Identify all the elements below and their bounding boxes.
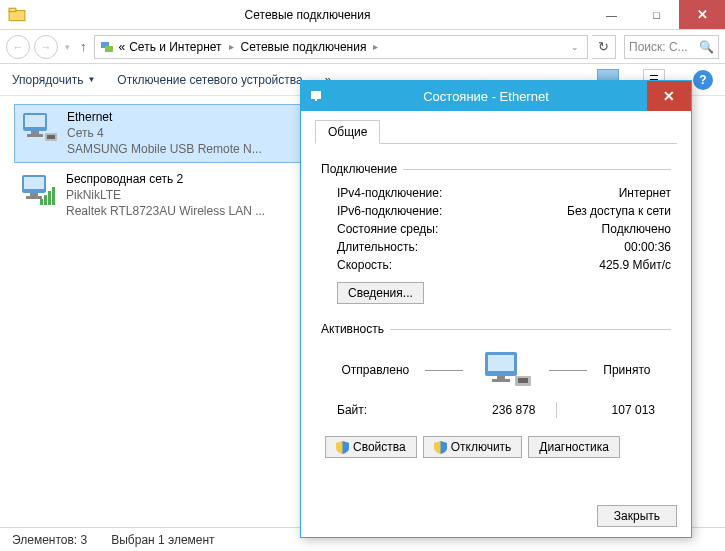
svg-rect-7 bbox=[27, 134, 43, 137]
address-bar[interactable]: « Сеть и Интернет ▸ Сетевые подключения … bbox=[94, 35, 589, 59]
disable-button[interactable]: Отключить bbox=[423, 436, 523, 458]
minimize-button[interactable]: — bbox=[589, 0, 634, 29]
chevron-right-icon[interactable]: ▸ bbox=[226, 41, 237, 52]
connection-adapter: Realtek RTL8723AU Wireless LAN ... bbox=[66, 203, 265, 219]
navigation-bar: ← → ▾ ↑ « Сеть и Интернет ▸ Сетевые подк… bbox=[0, 30, 725, 64]
close-dialog-button[interactable]: Закрыть bbox=[597, 505, 677, 527]
ethernet-adapter-icon bbox=[19, 109, 59, 147]
group-activity-label: Активность bbox=[321, 322, 384, 336]
svg-rect-12 bbox=[30, 193, 38, 196]
svg-rect-3 bbox=[105, 46, 113, 52]
svg-rect-21 bbox=[488, 355, 514, 371]
forward-button[interactable]: → bbox=[34, 35, 58, 59]
organize-menu[interactable]: Упорядочить▼ bbox=[12, 73, 95, 87]
address-dropdown[interactable]: ⌄ bbox=[567, 42, 583, 52]
selection-count: Выбран 1 элемент bbox=[111, 533, 214, 547]
diagnose-button[interactable]: Диагностика bbox=[528, 436, 620, 458]
network-icon bbox=[99, 39, 115, 55]
breadcrumb-item[interactable]: Сетевые подключения bbox=[241, 40, 367, 54]
dialog-tabs: Общие bbox=[315, 119, 677, 144]
svg-rect-1 bbox=[9, 8, 16, 11]
close-button[interactable]: ✕ bbox=[679, 0, 725, 29]
activity-monitor-icon bbox=[479, 348, 533, 392]
svg-rect-13 bbox=[26, 196, 42, 199]
svg-rect-19 bbox=[315, 99, 317, 101]
dialog-close-button[interactable]: ✕ bbox=[647, 81, 691, 111]
ipv6-value: Без доступа к сети bbox=[567, 204, 671, 218]
connection-name: Ethernet bbox=[67, 109, 262, 125]
svg-rect-17 bbox=[52, 187, 55, 205]
properties-button[interactable]: Свойства bbox=[325, 436, 417, 458]
connection-network: Сеть 4 bbox=[67, 125, 262, 141]
connection-item-ethernet[interactable]: Ethernet Сеть 4 SAMSUNG Mobile USB Remot… bbox=[14, 104, 304, 163]
disable-device-button[interactable]: Отключение сетевого устройства bbox=[117, 73, 302, 87]
svg-rect-16 bbox=[48, 191, 51, 205]
refresh-button[interactable]: ↻ bbox=[592, 35, 616, 59]
group-connection-label: Подключение bbox=[321, 162, 397, 176]
chevron-down-icon: ▼ bbox=[87, 75, 95, 84]
up-button[interactable]: ↑ bbox=[77, 39, 90, 54]
maximize-button[interactable]: □ bbox=[634, 0, 679, 29]
svg-rect-9 bbox=[47, 135, 55, 139]
breadcrumb-prefix: « bbox=[119, 40, 126, 54]
bytes-sent-value: 236 878 bbox=[437, 403, 556, 417]
back-button[interactable]: ← bbox=[6, 35, 30, 59]
bytes-received-value: 107 013 bbox=[557, 403, 656, 417]
media-state-value: Подключено bbox=[602, 222, 671, 236]
window-title: Сетевые подключения bbox=[26, 8, 589, 22]
svg-rect-15 bbox=[44, 195, 47, 205]
sent-label: Отправлено bbox=[342, 363, 410, 377]
svg-rect-11 bbox=[24, 177, 44, 189]
duration-label: Длительность: bbox=[337, 240, 624, 254]
dialog-title: Состояние - Ethernet bbox=[325, 89, 647, 104]
item-count: Элементов: 3 bbox=[12, 533, 87, 547]
received-label: Принято bbox=[603, 363, 650, 377]
search-placeholder: Поиск: С... bbox=[629, 40, 688, 54]
status-dialog: Состояние - Ethernet ✕ Общие Подключение… bbox=[300, 80, 692, 538]
svg-rect-5 bbox=[25, 115, 45, 127]
details-button[interactable]: Сведения... bbox=[337, 282, 424, 304]
duration-value: 00:00:36 bbox=[624, 240, 671, 254]
ipv4-label: IPv4-подключение: bbox=[337, 186, 619, 200]
shield-icon bbox=[434, 441, 447, 454]
ipv6-label: IPv6-подключение: bbox=[337, 204, 567, 218]
dialog-titlebar[interactable]: Состояние - Ethernet ✕ bbox=[301, 81, 691, 111]
window-titlebar: Сетевые подключения — □ ✕ bbox=[0, 0, 725, 30]
bytes-label: Байт: bbox=[337, 403, 437, 417]
wifi-adapter-icon bbox=[18, 171, 58, 209]
tab-general[interactable]: Общие bbox=[315, 120, 380, 144]
svg-rect-25 bbox=[518, 378, 528, 383]
connection-adapter: SAMSUNG Mobile USB Remote N... bbox=[67, 141, 262, 157]
speed-value: 425.9 Мбит/с bbox=[599, 258, 671, 272]
search-input[interactable]: Поиск: С... 🔍 bbox=[624, 35, 719, 59]
svg-rect-6 bbox=[31, 131, 39, 134]
network-status-icon bbox=[309, 88, 325, 104]
chevron-right-icon[interactable]: ▸ bbox=[370, 41, 381, 52]
media-state-label: Состояние среды: bbox=[337, 222, 602, 236]
shield-icon bbox=[336, 441, 349, 454]
help-button[interactable]: ? bbox=[693, 70, 713, 90]
network-folder-icon bbox=[8, 6, 26, 24]
connection-network: PikNikLTE bbox=[66, 187, 265, 203]
connection-item-wifi[interactable]: Беспроводная сеть 2 PikNikLTE Realtek RT… bbox=[14, 167, 304, 224]
svg-rect-18 bbox=[311, 91, 321, 99]
breadcrumb-item[interactable]: Сеть и Интернет bbox=[129, 40, 221, 54]
ipv4-value: Интернет bbox=[619, 186, 671, 200]
svg-rect-14 bbox=[40, 199, 43, 205]
search-icon: 🔍 bbox=[699, 40, 714, 54]
connection-name: Беспроводная сеть 2 bbox=[66, 171, 265, 187]
history-dropdown[interactable]: ▾ bbox=[62, 42, 73, 52]
speed-label: Скорость: bbox=[337, 258, 599, 272]
svg-rect-22 bbox=[497, 376, 505, 379]
svg-rect-23 bbox=[492, 379, 510, 382]
